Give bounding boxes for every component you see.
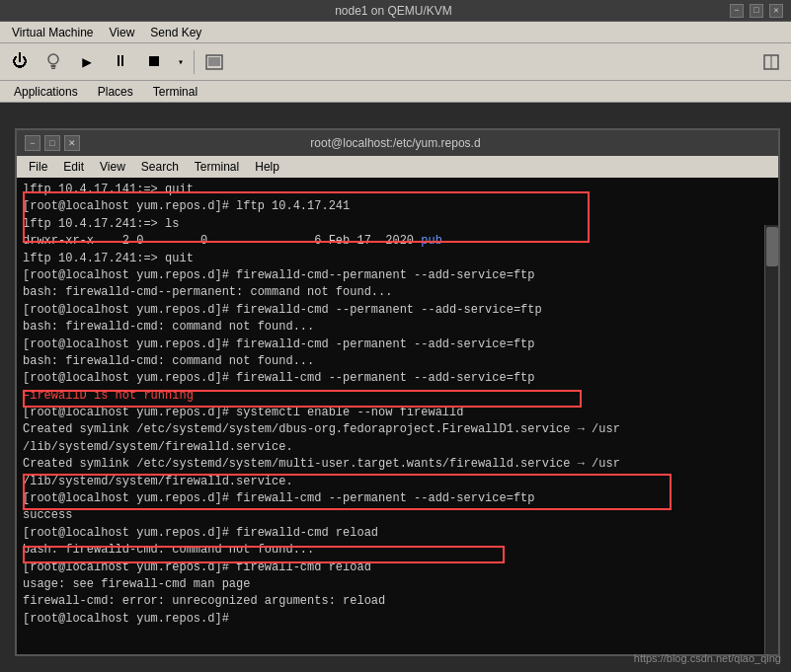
toolbar: ⏻ ▶ ⏸ ⏹ ▾ [0, 43, 791, 81]
app-menu-places[interactable]: Places [88, 83, 143, 101]
terminal-line: lftp 10.4.17.141:=> quit [23, 182, 772, 198]
terminal-menu-bar: File Edit View Search Terminal Help [17, 156, 778, 178]
terminal-close-btn[interactable]: ✕ [64, 135, 80, 151]
outer-close-btn[interactable]: ✕ [769, 4, 783, 18]
menu-item-virtual-machine[interactable]: Virtual Machine [4, 24, 102, 41]
terminal-line: [root@localhost yum.repos.d]# firewalld-… [23, 336, 772, 353]
terminal-line: lftp 10.4.17.241:=> ls [23, 216, 772, 233]
svg-rect-2 [51, 67, 55, 69]
terminal-menu-help[interactable]: Help [247, 158, 287, 176]
app-menu-terminal[interactable]: Terminal [143, 83, 207, 101]
terminal-line: bash: firewalld-cmd: command not found..… [23, 542, 772, 559]
terminal-minimize-btn[interactable]: − [25, 135, 40, 151]
terminal-line: [root@localhost yum.repos.d]# firewall-c… [23, 370, 772, 387]
terminal-menu-view[interactable]: View [92, 158, 133, 176]
outer-title-bar: node1 on QEMU/KVM − □ ✕ [0, 0, 791, 22]
outer-title: node1 on QEMU/KVM [57, 4, 730, 18]
watermark: https://blog.csdn.net/qiao_qing [634, 652, 781, 664]
svg-rect-4 [208, 57, 220, 66]
terminal-line: bash: firewalld-cmd--permanent: command … [23, 284, 772, 301]
outer-menu-bar: Virtual Machine View Send Key [0, 22, 791, 43]
toolbar-dropdown[interactable]: ▾ [172, 47, 190, 77]
terminal-line: [root@localhost yum.repos.d]# systemctl … [23, 405, 772, 421]
svg-point-0 [48, 54, 58, 64]
terminal-line: lftp 10.4.17.241:=> quit [23, 251, 772, 267]
terminal-menu-search[interactable]: Search [133, 158, 187, 176]
app-menu-bar: Applications Places Terminal [0, 81, 791, 103]
terminal-line: usage: see firewall-cmd man page [23, 576, 772, 593]
terminal-line: [root@localhost yum.repos.d]# lftp 10.4.… [23, 198, 772, 215]
terminal-line: [root@localhost yum.repos.d]# firewall-c… [23, 560, 772, 576]
resize-btn[interactable] [755, 47, 787, 77]
terminal-line: FirewallD is not running [23, 388, 772, 405]
terminal-scrollbar[interactable] [764, 225, 778, 654]
stop-btn[interactable]: ⏹ [138, 47, 170, 77]
terminal-line: /lib/systemd/system/firewalld.service. [23, 439, 772, 456]
terminal-line: success [23, 507, 772, 524]
terminal-line: bash: firewalld-cmd: command not found..… [23, 319, 772, 336]
terminal-title-text: root@localhost:/etc/yum.repos.d [80, 136, 711, 150]
outer-maximize-btn[interactable]: □ [750, 4, 763, 18]
terminal-line: [root@localhost yum.repos.d]# firewall-c… [23, 490, 772, 507]
terminal-line: [root@localhost yum.repos.d]# firewalld-… [23, 302, 772, 319]
terminal-menu-file[interactable]: File [21, 158, 55, 176]
terminal-output: lftp 10.4.17.141:=> quit[root@localhost … [23, 182, 772, 628]
terminal-line: Created symlink /etc/systemd/system/mult… [23, 456, 772, 473]
terminal-title-bar: − □ ✕ root@localhost:/etc/yum.repos.d [17, 130, 778, 156]
terminal-maximize-btn[interactable]: □ [44, 135, 60, 151]
terminal-line: Created symlink /etc/systemd/system/dbus… [23, 421, 772, 438]
scrollbar-thumb[interactable] [766, 227, 778, 266]
terminal-line: firewall-cmd: error: unrecognized argume… [23, 593, 772, 610]
toolbar-sep [194, 50, 195, 74]
terminal-line: /lib/systemd/system/firewalld.service. [23, 474, 772, 490]
terminal-menu-edit[interactable]: Edit [55, 158, 92, 176]
outer-minimize-btn[interactable]: − [730, 4, 744, 18]
terminal-window: − □ ✕ root@localhost:/etc/yum.repos.d Fi… [15, 128, 780, 656]
terminal-line: [root@localhost yum.repos.d]# [23, 611, 772, 628]
play-btn[interactable]: ▶ [71, 47, 103, 77]
terminal-line: [root@localhost yum.repos.d]# firewalld-… [23, 267, 772, 284]
terminal-line: [root@localhost yum.repos.d]# firewalld-… [23, 525, 772, 542]
bulb-btn[interactable] [38, 47, 69, 77]
outer-window-controls: − □ ✕ [730, 4, 783, 18]
app-menu-applications[interactable]: Applications [4, 83, 88, 101]
terminal-content-area[interactable]: lftp 10.4.17.141:=> quit[root@localhost … [17, 178, 778, 654]
terminal-window-controls: − □ ✕ [25, 135, 80, 151]
pause-btn[interactable]: ⏸ [105, 47, 136, 77]
fullscreen-btn[interactable] [198, 47, 230, 77]
terminal-menu-terminal[interactable]: Terminal [187, 158, 247, 176]
menu-item-view[interactable]: View [102, 24, 143, 41]
menu-item-send-key[interactable]: Send Key [142, 24, 209, 41]
terminal-line: bash: firewalld-cmd: command not found..… [23, 353, 772, 370]
svg-rect-1 [51, 65, 56, 67]
terminal-line: drwxr-xr-x 2 0 0 6 Feb 17 2020 pub [23, 233, 772, 250]
power-btn[interactable]: ⏻ [4, 47, 36, 77]
